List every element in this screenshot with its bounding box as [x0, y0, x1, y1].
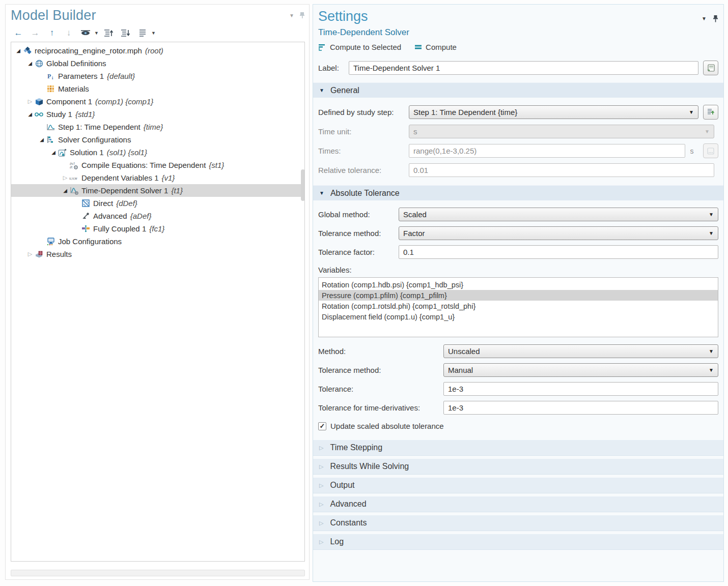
- times-input[interactable]: [409, 144, 685, 158]
- relative-tolerance-input[interactable]: [409, 163, 714, 177]
- section-header-log[interactable]: ▷ Log: [313, 534, 723, 550]
- tree-item-label: Study 1: [46, 110, 72, 119]
- forward-icon[interactable]: →: [29, 27, 42, 39]
- collapse-all-icon[interactable]: [119, 27, 132, 39]
- back-icon[interactable]: ←: [12, 27, 25, 39]
- tree-item-label: Time-Dependent Solver 1: [81, 186, 168, 195]
- compute-button[interactable]: Compute: [414, 43, 457, 51]
- panel-menu-caret-icon[interactable]: ▼: [289, 13, 294, 18]
- method-label: Method:: [318, 347, 443, 356]
- model-tree-node-text-icon[interactable]: [136, 27, 149, 39]
- global-method-label: Global method:: [318, 210, 399, 219]
- tree-item-results[interactable]: ▷ Results: [11, 248, 304, 260]
- compute-to-selected-button[interactable]: Compute to Selected: [318, 43, 401, 51]
- svg-text:u,v,w: u,v,w: [69, 176, 77, 180]
- pin-icon[interactable]: [299, 12, 305, 19]
- section-title: Absolute Tolerance: [330, 189, 400, 198]
- method-select[interactable]: Unscaled ▼: [443, 344, 718, 358]
- tree-item-tag: {dDef}: [116, 199, 137, 208]
- tree-item-step-1-time-dependent[interactable]: Step 1: Time Dependent {time}: [11, 121, 304, 133]
- time-unit-label: Time unit:: [318, 127, 409, 136]
- panel-menu-caret-icon[interactable]: ▼: [702, 16, 707, 21]
- collapse-caret-icon[interactable]: ▷: [26, 251, 34, 257]
- tolerance-input[interactable]: [443, 382, 718, 396]
- time-unit-select: s ▼: [409, 125, 714, 138]
- tree-item-tag: {st1}: [209, 161, 224, 169]
- settings-node-type[interactable]: Time-Dependent Solver: [318, 27, 718, 38]
- tree-item-study-1[interactable]: ◢ Study 1 {std1}: [11, 108, 304, 121]
- compute-to-selected-icon: [318, 43, 326, 51]
- tree-horizontal-scrollbar[interactable]: [11, 570, 305, 576]
- collapse-caret-icon[interactable]: ▷: [61, 174, 69, 181]
- study-icon: [34, 110, 44, 119]
- variable-item[interactable]: Rotation (comp1.hdb.psi) {comp1_hdb_psi}: [319, 279, 718, 290]
- tolerance-factor-input[interactable]: [399, 245, 718, 259]
- expand-caret-icon[interactable]: ◢: [61, 188, 69, 193]
- tolerance-time-derivatives-input[interactable]: [443, 401, 718, 415]
- tree-item-component-1[interactable]: ▷ Component 1 (comp1) {comp1}: [11, 95, 304, 108]
- move-up-icon[interactable]: ↑: [45, 27, 59, 39]
- chevron-down-icon: ▼: [709, 367, 714, 373]
- tree-item-label: Step 1: Time Dependent: [58, 123, 141, 131]
- node-text-menu-caret-icon[interactable]: ▼: [151, 31, 156, 36]
- expand-caret-icon[interactable]: ◢: [14, 48, 22, 53]
- variables-listbox[interactable]: Rotation (comp1.hdb.psi) {comp1_hdb_psi}…: [318, 277, 718, 337]
- expand-caret-icon[interactable]: ◢: [26, 111, 34, 117]
- show-menu-caret-icon[interactable]: ▼: [94, 31, 99, 36]
- tree-vertical-scrollbar[interactable]: [301, 169, 305, 201]
- tree-item-label: Dependent Variables 1: [81, 173, 159, 182]
- tree-item-global-definitions[interactable]: ◢ Global Definitions: [11, 57, 304, 70]
- tree-item-compile-equations[interactable]: ∂v.f∂t Compile Equations: Time Dependent…: [11, 159, 304, 171]
- section-header-advanced[interactable]: ▷ Advanced: [313, 496, 723, 512]
- variable-label: Rotation (comp1.rotsld.phi) {comp1_rotsl…: [322, 302, 475, 310]
- tree-item-materials[interactable]: Materials: [11, 82, 304, 95]
- tree-item-advanced[interactable]: Advanced {aDef}: [11, 210, 304, 222]
- expand-caret-icon[interactable]: ◢: [26, 61, 34, 66]
- defined-by-study-step-select[interactable]: Step 1: Time Dependent {time} ▼: [409, 105, 698, 119]
- svg-text:∂v.f: ∂v.f: [70, 162, 75, 165]
- pin-icon[interactable]: [713, 15, 718, 22]
- collapse-caret-icon[interactable]: ▷: [26, 98, 34, 105]
- expand-all-icon[interactable]: [102, 27, 116, 39]
- show-icon[interactable]: [79, 27, 92, 39]
- section-title: Advanced: [330, 500, 366, 509]
- go-to-source-button[interactable]: [703, 105, 718, 120]
- expand-caret-icon[interactable]: ◢: [49, 150, 58, 155]
- tree-item-tag: (sol1) {sol1}: [107, 148, 147, 157]
- move-down-icon[interactable]: ↓: [62, 27, 75, 39]
- tree-item-dependent-variables-1[interactable]: ▷ u,v,w Dependent Variables 1 {v1}: [11, 171, 304, 184]
- section-header-output[interactable]: ▷ Output: [313, 477, 723, 493]
- section-header-absolute-tolerance[interactable]: ▼ Absolute Tolerance: [313, 185, 723, 200]
- section-collapsed-icon: ▷: [319, 539, 323, 545]
- show-label-button[interactable]: [703, 61, 718, 75]
- chevron-down-icon: ▼: [689, 109, 694, 115]
- update-scaled-tolerance-checkbox[interactable]: ✓: [318, 422, 326, 430]
- tree-item-tag: {aDef}: [130, 212, 152, 220]
- global-method-select[interactable]: Scaled ▼: [399, 208, 718, 221]
- range-button[interactable]: [703, 143, 718, 158]
- direct-solver-icon: [81, 199, 91, 208]
- variable-item[interactable]: Displacement field (comp1.u) {comp1_u}: [319, 311, 718, 322]
- section-header-constants[interactable]: ▷ Constants: [313, 515, 723, 531]
- section-collapsed-icon: ▷: [319, 520, 323, 526]
- tolerance-method-manual-select[interactable]: Manual ▼: [443, 363, 718, 377]
- tree-item-solution-1[interactable]: ◢ Solution 1 (sol1) {sol1}: [11, 146, 304, 159]
- section-title: Results While Solving: [330, 462, 409, 471]
- tree-item-direct[interactable]: Direct {dDef}: [11, 197, 304, 210]
- variable-item[interactable]: Rotation (comp1.rotsld.phi) {comp1_rotsl…: [319, 301, 718, 311]
- section-header-results-while-solving[interactable]: ▷ Results While Solving: [313, 458, 723, 475]
- tree-item-parameters-1[interactable]: Pi Parameters 1 {default}: [11, 70, 304, 82]
- expand-caret-icon[interactable]: ◢: [38, 137, 46, 142]
- tolerance-method-select[interactable]: Factor ▼: [399, 226, 718, 240]
- tree-item-root[interactable]: ◢ reciprocating_engine_rotor.mph (root): [11, 44, 304, 57]
- variable-item-selected[interactable]: Pressure (comp1.pfilm) {comp1_pfilm}: [319, 290, 718, 301]
- section-body-absolute-tolerance: Global method: Scaled ▼ Tolerance method…: [318, 200, 718, 431]
- relative-tolerance-label: Relative tolerance:: [318, 166, 409, 174]
- tree-item-fully-coupled-1[interactable]: Fully Coupled 1 {fc1}: [11, 222, 304, 235]
- section-header-time-stepping[interactable]: ▷ Time Stepping: [313, 440, 723, 456]
- tree-item-solver-configurations[interactable]: ◢ Solver Configurations: [11, 133, 304, 146]
- tree-item-job-configurations[interactable]: Job Configurations: [11, 235, 304, 248]
- section-header-general[interactable]: ▼ General: [313, 82, 723, 98]
- tree-item-time-dependent-solver-1[interactable]: ◢ Time-Dependent Solver 1 {t1}: [11, 184, 304, 197]
- label-input[interactable]: [349, 61, 698, 75]
